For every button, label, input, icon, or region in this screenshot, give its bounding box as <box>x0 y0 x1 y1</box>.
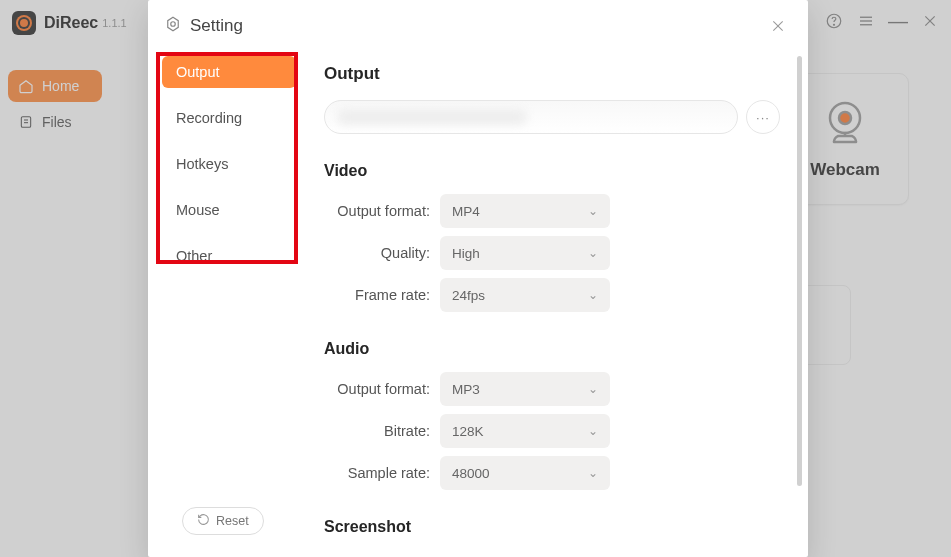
output-path-row: ··· <box>324 100 780 134</box>
nav-item-recording[interactable]: Recording <box>162 102 296 134</box>
video-format-select[interactable]: MP4 ⌄ <box>440 194 610 228</box>
reset-button[interactable]: Reset <box>182 507 264 535</box>
svg-marker-13 <box>168 17 179 31</box>
select-value: High <box>452 246 480 261</box>
select-value: MP4 <box>452 204 480 219</box>
chevron-down-icon: ⌄ <box>588 288 598 302</box>
settings-content: Output ··· Video Output format: MP4 ⌄ Qu… <box>308 46 808 557</box>
output-path-browse-button[interactable]: ··· <box>746 100 780 134</box>
chevron-down-icon: ⌄ <box>588 382 598 396</box>
audio-format-row: Output format: MP3 ⌄ <box>324 372 780 406</box>
close-icon[interactable] <box>766 14 790 38</box>
section-video: Video <box>324 162 780 180</box>
svg-point-14 <box>171 22 176 27</box>
audio-bitrate-row: Bitrate: 128K ⌄ <box>324 414 780 448</box>
settings-modal: Setting Output Recording Hotkeys Mouse O… <box>148 0 808 557</box>
video-quality-select[interactable]: High ⌄ <box>440 236 610 270</box>
reset-icon <box>197 513 210 529</box>
audio-sample-row: Sample rate: 48000 ⌄ <box>324 456 780 490</box>
content-scroll[interactable]: Output ··· Video Output format: MP4 ⌄ Qu… <box>324 56 790 557</box>
scrollbar[interactable] <box>797 56 802 486</box>
select-value: MP3 <box>452 382 480 397</box>
settings-nav: Output Recording Hotkeys Mouse Other Res… <box>148 46 308 557</box>
modal-body: Output Recording Hotkeys Mouse Other Res… <box>148 46 808 557</box>
nav-item-other[interactable]: Other <box>162 240 296 272</box>
audio-bitrate-select[interactable]: 128K ⌄ <box>440 414 610 448</box>
audio-bitrate-label: Bitrate: <box>324 423 440 439</box>
nav-item-hotkeys[interactable]: Hotkeys <box>162 148 296 180</box>
video-fps-label: Frame rate: <box>324 287 440 303</box>
audio-format-label: Output format: <box>324 381 440 397</box>
video-fps-row: Frame rate: 24fps ⌄ <box>324 278 780 312</box>
reset-label: Reset <box>216 514 249 528</box>
section-audio: Audio <box>324 340 780 358</box>
section-screenshot: Screenshot <box>324 518 780 536</box>
select-value: 24fps <box>452 288 485 303</box>
audio-sample-select[interactable]: 48000 ⌄ <box>440 456 610 490</box>
select-value: 48000 <box>452 466 490 481</box>
modal-title: Setting <box>190 16 243 36</box>
chevron-down-icon: ⌄ <box>588 424 598 438</box>
audio-format-select[interactable]: MP3 ⌄ <box>440 372 610 406</box>
modal-header: Setting <box>148 0 808 46</box>
section-output: Output <box>324 64 780 84</box>
chevron-down-icon: ⌄ <box>588 204 598 218</box>
video-format-row: Output format: MP4 ⌄ <box>324 194 780 228</box>
settings-icon <box>164 15 182 37</box>
video-quality-row: Quality: High ⌄ <box>324 236 780 270</box>
reset-wrap: Reset <box>182 507 264 535</box>
chevron-down-icon: ⌄ <box>588 246 598 260</box>
audio-sample-label: Sample rate: <box>324 465 440 481</box>
video-quality-label: Quality: <box>324 245 440 261</box>
nav-item-mouse[interactable]: Mouse <box>162 194 296 226</box>
chevron-down-icon: ⌄ <box>588 466 598 480</box>
nav-item-output[interactable]: Output <box>162 56 296 88</box>
video-format-label: Output format: <box>324 203 440 219</box>
select-value: 128K <box>452 424 484 439</box>
output-path-input[interactable] <box>324 100 738 134</box>
video-fps-select[interactable]: 24fps ⌄ <box>440 278 610 312</box>
